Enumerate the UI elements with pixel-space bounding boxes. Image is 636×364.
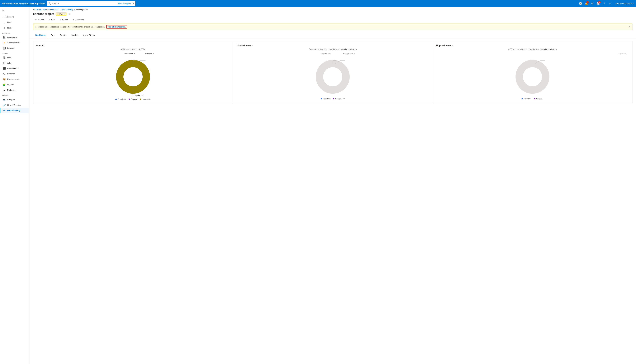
main-content: Microsoft › contosoworkspace › Data Labe…	[30, 7, 636, 364]
search-input[interactable]	[52, 2, 115, 5]
search-bar[interactable]: 🔍 This workspace ∨	[47, 1, 135, 6]
sidebar-microsoft-label: Microsoft	[6, 16, 14, 18]
search-divider	[117, 2, 117, 5]
updates-button[interactable]: 🔄 14	[595, 1, 601, 6]
legend-completed: Completed	[115, 98, 126, 100]
environments-icon: 📦	[3, 78, 6, 80]
sidebar-jobs-label: Jobs	[7, 62, 12, 64]
legend-unapproved: Unapproved	[333, 98, 345, 100]
sidebar-item-data[interactable]: 🗄 Data	[0, 55, 29, 60]
labeled-card-subtitle: 0 / 0 labeled assets approved (No items …	[236, 48, 430, 50]
legend-unapproved-label: Unapproved	[335, 98, 345, 100]
sidebar-item-pipelines[interactable]: ⬡ Pipelines	[0, 71, 29, 76]
breadcrumb-sep-2: ›	[60, 8, 61, 11]
sidebar-item-endpoints[interactable]: ☁ Endpoints	[0, 87, 29, 93]
sidebar-item-notebooks[interactable]: 📓 Notebooks	[0, 34, 29, 40]
smiley-icon: ☺	[609, 2, 611, 5]
label-icon: ✎	[72, 18, 74, 21]
sidebar-item-components[interactable]: ⬛ Components	[0, 66, 29, 71]
sidebar-item-compute[interactable]: 💻 Compute	[0, 97, 29, 102]
refresh-button[interactable]: ↻ Refresh	[33, 17, 46, 22]
search-scope-chevron[interactable]: ∨	[132, 2, 134, 5]
jobs-icon: 🏷	[3, 62, 6, 64]
label-data-label: Label data	[75, 18, 84, 21]
breadcrumb-sep-1: ›	[42, 8, 42, 11]
sidebar-item-designer[interactable]: 🔲 Designer	[0, 46, 29, 51]
page-title: contosoproject	[33, 12, 54, 16]
tab-insights[interactable]: Insights	[69, 32, 80, 38]
start-button[interactable]: ▷ Start	[47, 17, 57, 22]
skipped-chart-container: Approved:	[436, 53, 629, 100]
breadcrumb-data-labeling[interactable]: Data Labeling	[61, 8, 73, 11]
sidebar-item-microsoft[interactable]: ← Microsoft	[0, 14, 29, 20]
sidebar-automl-label: Automated ML	[7, 42, 20, 44]
sidebar-designer-label: Designer	[7, 47, 15, 49]
manage-section-label: Manage	[0, 93, 29, 97]
workspace-chevron: ∨	[633, 2, 634, 5]
breadcrumb-sep-3: ›	[74, 8, 75, 11]
legend-skipped-unapproved: Unappr...	[534, 98, 543, 100]
pipelines-icon: ⬡	[3, 72, 6, 75]
sidebar-item-linked-services[interactable]: 🔗 Linked Services	[0, 102, 29, 108]
sidebar-item-home[interactable]: ⌂ Home	[0, 25, 29, 30]
updates-badge: 14	[598, 1, 600, 4]
tab-vision-studio[interactable]: Vision Studio	[80, 32, 97, 38]
export-icon: ↗	[60, 18, 61, 21]
sidebar-item-jobs[interactable]: 🏷 Jobs	[0, 60, 29, 66]
sidebar-notebooks-label: Notebooks	[7, 36, 17, 38]
sidebar-compute-label: Compute	[7, 98, 15, 101]
start-label: Start	[51, 18, 55, 21]
status-text: Paused	[59, 13, 65, 15]
sidebar-pipelines-label: Pipelines	[7, 73, 15, 75]
legend-completed-label: Completed	[118, 98, 126, 100]
approved-callout: Approved: 0	[321, 53, 331, 55]
tab-data[interactable]: Data	[49, 32, 58, 38]
sidebar-item-new[interactable]: ＋ New	[0, 20, 29, 25]
legend-approved: Approved	[321, 98, 331, 100]
tab-dashboard[interactable]: Dashboard	[33, 32, 49, 38]
breadcrumb-microsoft[interactable]: Microsoft	[33, 8, 41, 11]
feedback-button[interactable]: ☺	[607, 1, 612, 6]
back-icon: ←	[2, 16, 5, 18]
tab-details[interactable]: Details	[58, 32, 69, 38]
status-badge: ⏸ Paused	[56, 12, 67, 16]
workspace-selector[interactable]: contosoworkspace ∨	[615, 2, 634, 5]
clock-icon: 🕐	[579, 2, 582, 5]
sidebar-item-environments[interactable]: 📦 Environments	[0, 76, 29, 82]
settings-button[interactable]: ⚙	[590, 1, 595, 6]
info-icon: ℹ	[36, 26, 36, 28]
approved-dot	[321, 98, 322, 100]
skipped-card-title: Skipped assets	[436, 44, 629, 47]
sidebar-item-data-labeling[interactable]: ✏ Data Labeling	[0, 108, 29, 113]
sidebar-home-label: Home	[7, 27, 13, 29]
skipped-card-subtitle: 0 / 0 skipped assets approved (No items …	[436, 48, 629, 50]
sidebar-data-labeling-label: Data Labeling	[7, 110, 20, 112]
incomplete-dot	[140, 98, 141, 100]
add-label-categories-link[interactable]: Add label categories.	[106, 25, 127, 28]
data-labeling-icon: ✏	[3, 109, 6, 112]
legend-skipped-approved-label: Approved	[524, 98, 531, 100]
skipped-approved-callout: Approved:	[618, 53, 626, 57]
topbar-divider	[614, 2, 614, 5]
toolbar: ↻ Refresh ▷ Start ↗ Export ✎ Label data	[30, 17, 636, 24]
export-label: Export	[62, 18, 68, 21]
sidebar-endpoints-label: Endpoints	[7, 89, 16, 91]
models-icon: 🧩	[3, 83, 6, 86]
hamburger-button[interactable]: ≡	[0, 7, 29, 14]
label-data-button[interactable]: ✎ Label data	[70, 17, 86, 22]
compute-icon: 💻	[3, 98, 6, 101]
sidebar: ≡ ← Microsoft ＋ New ⌂ Home Authoring 📓 N…	[0, 7, 30, 364]
search-scope[interactable]: This workspace	[118, 2, 131, 5]
favorite-star[interactable]: ☆	[68, 12, 71, 16]
help-button[interactable]: ?	[601, 1, 607, 6]
export-button[interactable]: ↗ Export	[58, 17, 70, 22]
sidebar-item-models[interactable]: 🧩 Models	[0, 82, 29, 87]
notifications-button[interactable]: 🔔 23	[584, 1, 589, 6]
breadcrumb-workspace[interactable]: contosoworkspace	[43, 8, 59, 11]
skipped-donut	[513, 58, 552, 96]
warning-collapse-icon[interactable]: ∨	[628, 26, 630, 28]
page-header: contosoproject ⏸ Paused ☆	[30, 12, 636, 17]
labeled-card: Labeled assets 0 / 0 labeled assets appr…	[233, 41, 433, 103]
sidebar-item-automated-ml[interactable]: ⚡ Automated ML	[0, 40, 29, 46]
clock-button[interactable]: 🕐	[578, 1, 583, 6]
